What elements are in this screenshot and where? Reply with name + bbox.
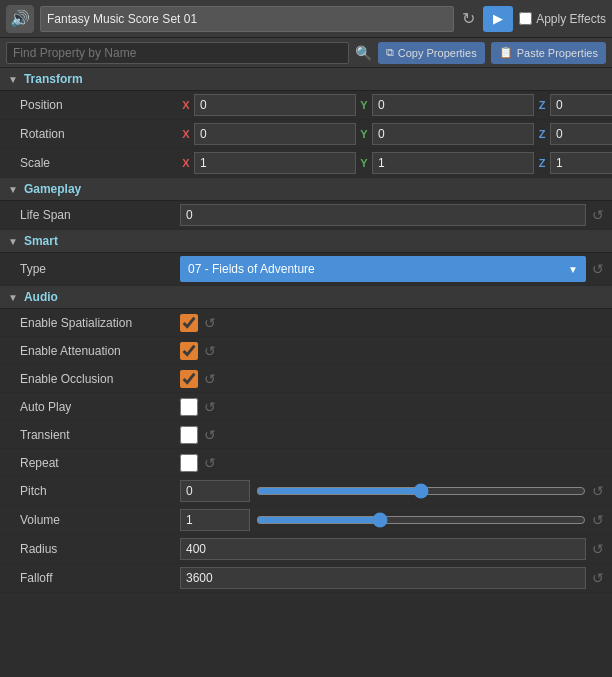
x-label: X xyxy=(180,99,192,111)
auto-play-label: Auto Play xyxy=(20,400,180,414)
pitch-label: Pitch xyxy=(20,484,180,498)
scale-x-input[interactable] xyxy=(194,152,356,174)
repeat-values: ↺ xyxy=(180,454,604,472)
enable-attenuation-checkbox[interactable] xyxy=(180,342,198,360)
rotation-label: Rotation xyxy=(20,127,180,141)
rotation-z-input[interactable] xyxy=(550,123,612,145)
transform-label: Transform xyxy=(24,72,83,86)
volume-slider-group xyxy=(180,509,586,531)
volume-label: Volume xyxy=(20,513,180,527)
audio-section-header[interactable]: ▼ Audio xyxy=(0,286,612,309)
rotation-xyz: X Y Z xyxy=(180,123,612,145)
type-dropdown-container: 07 - Fields of Adventure ▼ xyxy=(180,256,586,282)
copy-properties-button[interactable]: ⧉ Copy Properties xyxy=(378,42,485,64)
sz-label: Z xyxy=(536,157,548,169)
life-span-reset-icon[interactable]: ↺ xyxy=(588,207,604,223)
type-select[interactable]: 07 - Fields of Adventure xyxy=(180,256,586,282)
play-button[interactable] xyxy=(483,6,513,32)
falloff-reset-icon[interactable]: ↺ xyxy=(588,570,604,586)
position-z-input[interactable] xyxy=(550,94,612,116)
transient-values: ↺ xyxy=(180,426,604,444)
scale-y-input[interactable] xyxy=(372,152,534,174)
falloff-row: Falloff ↺ xyxy=(0,564,612,593)
volume-slider[interactable] xyxy=(256,512,586,528)
properties-content: ▼ Transform Position X Y Z ↺ Rotation X … xyxy=(0,68,612,677)
smart-label: Smart xyxy=(24,234,58,248)
enable-occlusion-label: Enable Occlusion xyxy=(20,372,180,386)
radius-row: Radius ↺ xyxy=(0,535,612,564)
falloff-input[interactable] xyxy=(180,567,586,589)
radius-reset-icon[interactable]: ↺ xyxy=(588,541,604,557)
rotation-x-input[interactable] xyxy=(194,123,356,145)
type-reset-icon[interactable]: ↺ xyxy=(588,261,604,277)
auto-play-reset-icon[interactable]: ↺ xyxy=(200,399,216,415)
position-values: X Y Z ↺ xyxy=(180,94,612,116)
enable-attenuation-values: ↺ xyxy=(180,342,604,360)
rz-label: Z xyxy=(536,128,548,140)
transform-section-header[interactable]: ▼ Transform xyxy=(0,68,612,91)
enable-occlusion-row: Enable Occlusion ↺ xyxy=(0,365,612,393)
transient-reset-icon[interactable]: ↺ xyxy=(200,427,216,443)
type-row: Type 07 - Fields of Adventure ▼ ↺ xyxy=(0,253,612,286)
copy-icon: ⧉ xyxy=(386,46,394,59)
volume-values: ↺ xyxy=(180,509,604,531)
radius-values: ↺ xyxy=(180,538,604,560)
pitch-value-input[interactable] xyxy=(180,480,250,502)
gameplay-section-header[interactable]: ▼ Gameplay xyxy=(0,178,612,201)
transient-checkbox[interactable] xyxy=(180,426,198,444)
transient-label: Transient xyxy=(20,428,180,442)
position-xyz: X Y Z xyxy=(180,94,612,116)
position-y-input[interactable] xyxy=(372,94,534,116)
scale-values: X Y Z ↺ xyxy=(180,152,612,174)
pitch-reset-icon[interactable]: ↺ xyxy=(588,483,604,499)
life-span-input[interactable] xyxy=(180,204,586,226)
rotation-y-input[interactable] xyxy=(372,123,534,145)
repeat-checkbox[interactable] xyxy=(180,454,198,472)
apply-effects-container: Apply Effects xyxy=(519,12,606,26)
spatialization-reset-icon[interactable]: ↺ xyxy=(200,315,216,331)
life-span-label: Life Span xyxy=(20,208,180,222)
paste-icon: 📋 xyxy=(499,46,513,59)
attenuation-reset-icon[interactable]: ↺ xyxy=(200,343,216,359)
enable-occlusion-checkbox[interactable] xyxy=(180,370,198,388)
type-label: Type xyxy=(20,262,180,276)
audio-chevron: ▼ xyxy=(8,292,18,303)
rotation-row: Rotation X Y Z ↺ xyxy=(0,120,612,149)
rx-label: X xyxy=(180,128,192,140)
scale-row: Scale X Y Z ↺ xyxy=(0,149,612,178)
life-span-row: Life Span ↺ xyxy=(0,201,612,230)
volume-value-input[interactable] xyxy=(180,509,250,531)
position-x-input[interactable] xyxy=(194,94,356,116)
audio-label: Audio xyxy=(24,290,58,304)
gameplay-label: Gameplay xyxy=(24,182,81,196)
occlusion-reset-icon[interactable]: ↺ xyxy=(200,371,216,387)
title-input[interactable] xyxy=(40,6,454,32)
auto-play-row: Auto Play ↺ xyxy=(0,393,612,421)
enable-attenuation-label: Enable Attenuation xyxy=(20,344,180,358)
volume-reset-icon[interactable]: ↺ xyxy=(588,512,604,528)
scale-z-input[interactable] xyxy=(550,152,612,174)
pitch-slider[interactable] xyxy=(256,483,586,499)
apply-effects-label: Apply Effects xyxy=(536,12,606,26)
sy-label: Y xyxy=(358,157,370,169)
radius-input[interactable] xyxy=(180,538,586,560)
radius-label: Radius xyxy=(20,542,180,556)
rotation-values: X Y Z ↺ xyxy=(180,123,612,145)
apply-effects-checkbox[interactable] xyxy=(519,12,532,25)
smart-section-header[interactable]: ▼ Smart xyxy=(0,230,612,253)
repeat-row: Repeat ↺ xyxy=(0,449,612,477)
volume-row: Volume ↺ xyxy=(0,506,612,535)
pitch-slider-group xyxy=(180,480,586,502)
refresh-icon[interactable]: ↻ xyxy=(460,7,477,30)
falloff-label: Falloff xyxy=(20,571,180,585)
search-bar: 🔍 ⧉ Copy Properties 📋 Paste Properties xyxy=(0,38,612,68)
repeat-reset-icon[interactable]: ↺ xyxy=(200,455,216,471)
sx-label: X xyxy=(180,157,192,169)
paste-properties-button[interactable]: 📋 Paste Properties xyxy=(491,42,606,64)
pitch-values: ↺ xyxy=(180,480,604,502)
search-input[interactable] xyxy=(6,42,349,64)
enable-spatialization-values: ↺ xyxy=(180,314,604,332)
auto-play-checkbox[interactable] xyxy=(180,398,198,416)
enable-spatialization-checkbox[interactable] xyxy=(180,314,198,332)
enable-spatialization-row: Enable Spatialization ↺ xyxy=(0,309,612,337)
